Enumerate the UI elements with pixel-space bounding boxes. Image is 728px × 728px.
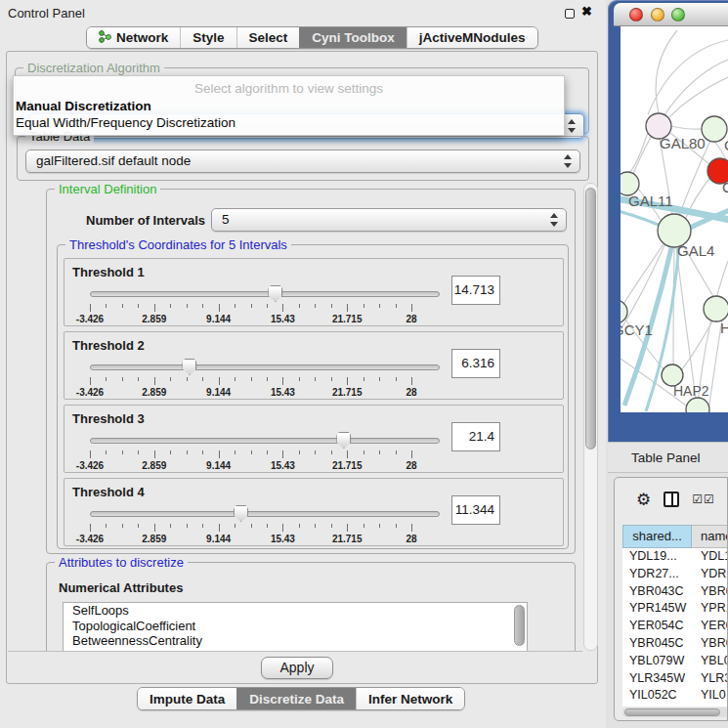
- table-cell[interactable]: YBR043C: [622, 583, 692, 601]
- threshold-value-field[interactable]: 11.344: [451, 495, 500, 525]
- table-cell[interactable]: YDL19...: [622, 548, 692, 566]
- table-row[interactable]: YER054CYER0: [622, 618, 728, 635]
- tab-label: Cyni Toolbox: [312, 30, 395, 45]
- zoom-traffic-light[interactable]: [671, 8, 685, 21]
- apply-button[interactable]: Apply: [261, 657, 333, 679]
- tick-mark: [187, 450, 188, 454]
- popup-item-manual-discretization[interactable]: Manual Discretization: [16, 99, 151, 113]
- table-cell[interactable]: YBL079W: [622, 653, 692, 670]
- table-cell[interactable]: YLR345W: [622, 670, 692, 688]
- table-cell[interactable]: YIL052C: [622, 687, 692, 705]
- network-edge: [673, 247, 674, 364]
- threshold-value-field[interactable]: 14.713: [451, 276, 500, 305]
- table-cell[interactable]: YLR3: [692, 670, 728, 688]
- tab-style[interactable]: Style: [180, 27, 236, 48]
- tick-mark: [219, 304, 220, 312]
- table-cell[interactable]: YDR27...: [622, 566, 692, 583]
- table-cell[interactable]: YBL0: [692, 653, 728, 670]
- tick-mark: [379, 304, 380, 308]
- close-traffic-light[interactable]: [629, 8, 643, 21]
- threshold-3-box: Threshold 3 -3.4262.8599.14415.4321.7152…: [64, 405, 564, 473]
- scrollbar-thumb[interactable]: [624, 708, 720, 716]
- main-vertical-scrollbar[interactable]: [583, 183, 598, 651]
- slider-track[interactable]: [90, 291, 440, 297]
- table-cell[interactable]: YPR145W: [622, 600, 692, 618]
- float-window-icon[interactable]: [565, 9, 575, 19]
- tick-mark: [299, 377, 300, 381]
- threshold-value-field[interactable]: 21.4: [451, 422, 500, 451]
- slider-track[interactable]: [90, 438, 440, 444]
- slider-thumb[interactable]: [268, 285, 282, 302]
- table-row[interactable]: YDL19...YDL1: [622, 548, 728, 566]
- table-row[interactable]: YIL052CYIL0: [622, 687, 728, 705]
- numerical-attributes-list[interactable]: SelfLoopsTopologicalCoefficientBetweenne…: [63, 602, 528, 652]
- tick-mark: [347, 304, 348, 312]
- table-cell[interactable]: YBR0: [692, 583, 728, 601]
- network-node[interactable]: [704, 296, 728, 321]
- network-node[interactable]: [686, 398, 709, 412]
- node-label: GAL80: [660, 135, 706, 151]
- checkbox-icons[interactable]: ☑☑: [692, 492, 715, 506]
- close-icon[interactable]: ✖: [581, 4, 592, 19]
- threshold-slider[interactable]: -3.4262.8599.14415.4321.71528: [90, 504, 440, 543]
- threshold-slider[interactable]: -3.4262.8599.14415.4321.71528: [90, 431, 440, 470]
- tab-network[interactable]: Network: [87, 27, 180, 48]
- network-window-titlebar[interactable]: [614, 3, 728, 26]
- scrollbar-thumb[interactable]: [585, 188, 596, 450]
- tick-mark: [235, 450, 236, 454]
- tab-cyni-toolbox[interactable]: Cyni Toolbox: [299, 27, 407, 48]
- column-header-shared[interactable]: shared...: [622, 525, 692, 548]
- slider-track[interactable]: [90, 511, 440, 517]
- slider-thumb[interactable]: [234, 505, 248, 522]
- attribute-list-item[interactable]: TopologicalCoefficient: [64, 619, 527, 634]
- tab-discretize-data[interactable]: Discretize Data: [236, 688, 356, 709]
- table-cell[interactable]: YDR2: [692, 566, 728, 583]
- scale-label: 9.144: [190, 387, 248, 398]
- tick-mark: [411, 524, 412, 532]
- tab-jactivemnodules[interactable]: jActiveMNodules: [407, 27, 537, 48]
- table-cell[interactable]: YIL0: [692, 687, 728, 705]
- table-cell[interactable]: YER0: [692, 618, 728, 635]
- table-cell[interactable]: YDL1: [692, 548, 728, 566]
- table-row[interactable]: YLR345WYLR3: [622, 670, 728, 688]
- tick-mark: [282, 524, 283, 532]
- table-cell[interactable]: YBR0: [692, 635, 728, 653]
- table-cell[interactable]: YER054C: [622, 618, 692, 635]
- tick-mark: [267, 524, 268, 528]
- popup-item-equal-width-frequency[interactable]: Equal Width/Frequency Discretization: [16, 115, 236, 130]
- tick-mark: [411, 450, 412, 458]
- attribute-list-item[interactable]: SelfLoops: [64, 603, 527, 619]
- threshold-slider[interactable]: -3.4262.8599.14415.4321.71528: [90, 358, 440, 397]
- table-row[interactable]: YBR043CYBR0: [622, 583, 728, 601]
- table-row[interactable]: YDR27...YDR2: [622, 566, 728, 583]
- minimize-traffic-light[interactable]: [651, 8, 664, 21]
- slider-track[interactable]: [90, 364, 440, 370]
- scale-label: 28: [382, 314, 441, 324]
- slider-thumb[interactable]: [182, 359, 196, 375]
- slider-thumb[interactable]: [336, 432, 351, 449]
- gear-icon[interactable]: ⚙: [636, 492, 651, 508]
- tab-infer-network[interactable]: Infer Network: [356, 688, 464, 709]
- table-row[interactable]: YBR045CYBR0: [622, 635, 728, 653]
- column-header-name[interactable]: name: [692, 525, 728, 548]
- table-row[interactable]: YBL079WYBL0: [622, 653, 728, 670]
- table-cell[interactable]: YBR045C: [622, 635, 692, 653]
- tick-mark: [235, 524, 236, 528]
- threshold-slider[interactable]: -3.4262.8599.14415.4321.71528: [90, 284, 440, 323]
- table-cell[interactable]: YPR1: [692, 600, 728, 618]
- table-data-combo[interactable]: galFiltered.sif default node: [25, 150, 580, 173]
- bottom-tab-strip: Impute Data Discretize Data Infer Networ…: [137, 687, 465, 710]
- threshold-value-field[interactable]: 6.316: [451, 349, 500, 378]
- table-row[interactable]: YPR145WYPR1: [622, 600, 728, 618]
- tab-impute-data[interactable]: Impute Data: [138, 688, 236, 709]
- number-of-intervals-combo[interactable]: 5: [211, 208, 567, 232]
- table-toolbar: ⚙ ☑☑: [615, 478, 727, 521]
- network-canvas[interactable]: GAL80GACGAL11GAL4GCY1HHAP2: [621, 26, 728, 412]
- table-horizontal-scrollbar[interactable]: [622, 707, 728, 717]
- attribute-list-item[interactable]: BetweennessCentrality: [64, 633, 527, 649]
- tab-select[interactable]: Select: [236, 27, 300, 48]
- list-scrollbar[interactable]: [514, 605, 525, 646]
- split-columns-icon[interactable]: [664, 492, 679, 507]
- tick-mark: [267, 377, 268, 381]
- scale-label: 15.43: [253, 534, 312, 544]
